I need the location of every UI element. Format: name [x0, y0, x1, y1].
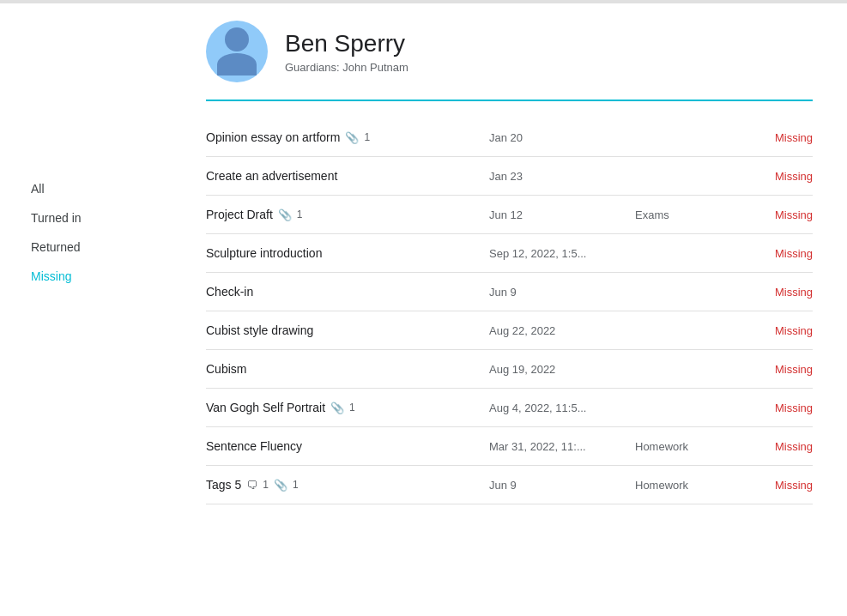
assignment-name: Project Draft 📎 1 — [206, 208, 481, 221]
sidebar: AllTurned inReturnedMissing — [0, 3, 172, 616]
sidebar-item-all[interactable]: All — [21, 175, 172, 202]
assignment-status: Missing — [744, 402, 813, 414]
profile-name: Ben Sperry — [285, 29, 408, 58]
assignment-row[interactable]: Check-inJun 9Missing — [206, 273, 813, 311]
assignment-category: Homework — [635, 479, 735, 492]
assignment-date: Sep 12, 2022, 1:5... — [489, 247, 626, 260]
assignment-status: Missing — [744, 131, 813, 144]
assignment-name: Cubism — [206, 362, 481, 376]
assignment-status: Missing — [744, 208, 813, 221]
assignment-row[interactable]: Project Draft 📎 1Jun 12ExamsMissing — [206, 196, 813, 234]
assignment-category: Homework — [635, 440, 735, 453]
attachment-icon: 📎 — [274, 479, 287, 492]
assignment-status: Missing — [744, 247, 813, 260]
assignment-name: Check-in — [206, 285, 481, 299]
assignment-date: Jun 12 — [489, 208, 626, 221]
assignment-category: Exams — [635, 208, 735, 221]
attachment-icon: 📎 — [345, 131, 359, 144]
assignment-row[interactable]: Tags 5 🗨 1 📎 1Jun 9HomeworkMissing — [206, 466, 813, 504]
assignment-name: Sentence Fluency — [206, 439, 481, 453]
assignment-status: Missing — [744, 324, 813, 337]
sidebar-item-returned[interactable]: Returned — [21, 233, 172, 261]
assignment-name: Opinion essay on artform 📎 1 — [206, 130, 481, 144]
assignment-date: Aug 22, 2022 — [489, 324, 626, 337]
assignment-name: Van Gogh Self Portrait 📎 1 — [206, 401, 481, 414]
assignment-row[interactable]: Cubist style drawingAug 22, 2022Missing — [206, 311, 813, 350]
avatar-body — [217, 53, 257, 75]
assignment-row[interactable]: Opinion essay on artform 📎 1Jan 20Missin… — [206, 118, 813, 157]
main-container: AllTurned inReturnedMissing Ben Sperry G… — [0, 3, 847, 616]
profile-header: Ben Sperry Guardians: John Putnam — [206, 21, 813, 101]
comment-icon: 🗨 — [246, 479, 257, 492]
assignment-date: Jun 9 — [489, 479, 626, 492]
main-content: Ben Sperry Guardians: John Putnam Opinio… — [172, 3, 847, 616]
assignment-date: Aug 19, 2022 — [489, 363, 626, 376]
assignment-name: Cubist style drawing — [206, 323, 481, 337]
assignment-name: Create an advertisement — [206, 169, 481, 183]
attachment-icon: 📎 — [278, 208, 292, 221]
avatar — [206, 21, 268, 82]
assignment-row[interactable]: Create an advertisementJan 23Missing — [206, 157, 813, 196]
assignment-list: Opinion essay on artform 📎 1Jan 20Missin… — [206, 118, 813, 504]
attachment-icon: 📎 — [330, 402, 344, 414]
profile-guardians: Guardians: John Putnam — [285, 61, 408, 74]
assignment-date: Aug 4, 2022, 11:5... — [489, 402, 626, 414]
assignment-date: Jan 23 — [489, 170, 626, 183]
assignment-row[interactable]: CubismAug 19, 2022Missing — [206, 350, 813, 389]
assignment-status: Missing — [744, 286, 813, 299]
avatar-graphic — [217, 27, 257, 75]
assignment-row[interactable]: Van Gogh Self Portrait 📎 1Aug 4, 2022, 1… — [206, 389, 813, 427]
assignment-row[interactable]: Sculpture introductionSep 12, 2022, 1:5.… — [206, 234, 813, 273]
assignment-status: Missing — [744, 440, 813, 453]
assignment-date: Jun 9 — [489, 286, 626, 299]
profile-info: Ben Sperry Guardians: John Putnam — [285, 29, 408, 75]
assignment-date: Mar 31, 2022, 11:... — [489, 440, 626, 453]
avatar-head — [225, 27, 249, 51]
sidebar-item-turned-in[interactable]: Turned in — [21, 204, 172, 232]
sidebar-item-missing[interactable]: Missing — [21, 263, 172, 290]
assignment-name: Tags 5 🗨 1 📎 1 — [206, 478, 481, 492]
assignment-name: Sculpture introduction — [206, 246, 481, 260]
assignment-status: Missing — [744, 170, 813, 183]
assignment-date: Jan 20 — [489, 131, 626, 144]
assignment-status: Missing — [744, 363, 813, 376]
assignment-status: Missing — [744, 479, 813, 492]
assignment-row[interactable]: Sentence FluencyMar 31, 2022, 11:...Home… — [206, 427, 813, 466]
